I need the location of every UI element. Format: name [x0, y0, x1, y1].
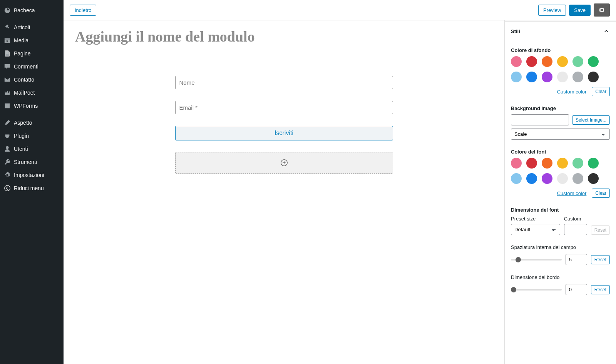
- gear-icon: [598, 6, 606, 14]
- sidebar-item-commenti[interactable]: Commenti: [0, 60, 64, 73]
- color-swatch[interactable]: [572, 173, 583, 184]
- brush-icon: [4, 119, 11, 126]
- sidebar-item-contatto[interactable]: Contatto: [0, 73, 64, 86]
- sidebar-item-media[interactable]: Media: [0, 34, 64, 47]
- color-swatch[interactable]: [542, 173, 552, 184]
- admin-sidebar: Bacheca Articoli Media Pagine Commenti C…: [0, 0, 64, 364]
- sidebar-item-label: Plugin: [14, 133, 29, 139]
- form-title-placeholder[interactable]: Aggiungi il nome del modulo: [75, 28, 493, 45]
- styles-panel-header[interactable]: Stili: [505, 21, 616, 41]
- sidebar-item-bacheca[interactable]: Bacheca: [0, 4, 64, 17]
- page-icon: [4, 50, 11, 57]
- sidebar-item-plugin[interactable]: Plugin: [0, 129, 64, 142]
- sidebar-item-aspetto[interactable]: Aspetto: [0, 116, 64, 129]
- preview-button[interactable]: Preview: [538, 5, 566, 16]
- color-swatch[interactable]: [511, 56, 522, 67]
- color-swatch[interactable]: [511, 72, 522, 82]
- custom-size-input[interactable]: [564, 224, 587, 235]
- color-swatch[interactable]: [526, 158, 537, 169]
- sidebar-item-wpforms[interactable]: WPForms: [0, 99, 64, 112]
- color-swatch[interactable]: [572, 158, 583, 169]
- sidebar-item-impostazioni[interactable]: Impostazioni: [0, 169, 64, 182]
- plus-circle-icon: [280, 159, 288, 167]
- select-image-button[interactable]: Select Image...: [572, 115, 610, 125]
- color-swatch[interactable]: [572, 72, 583, 82]
- styles-panel: Stili Colore di sfondo Custom color Clea…: [504, 20, 616, 364]
- sidebar-item-label: Media: [14, 37, 28, 43]
- sidebar-item-label: Utenti: [14, 146, 28, 152]
- submit-button[interactable]: Iscriviti: [175, 126, 393, 140]
- custom-color-link[interactable]: Custom color: [557, 89, 587, 95]
- mailpoet-icon: [4, 89, 11, 96]
- sidebar-item-label: Articoli: [14, 24, 30, 30]
- name-field[interactable]: [175, 76, 393, 89]
- color-swatch[interactable]: [542, 158, 552, 169]
- panel-title: Stili: [511, 28, 520, 34]
- custom-size-label: Custom: [564, 216, 587, 222]
- editor-canvas: Aggiungi il nome del modulo Iscriviti: [64, 20, 504, 364]
- color-swatch[interactable]: [572, 56, 583, 67]
- clear-bg-color-button[interactable]: Clear: [592, 87, 610, 96]
- color-swatch[interactable]: [526, 173, 537, 184]
- custom-font-color-link[interactable]: Custom color: [557, 190, 587, 196]
- sidebar-item-label: Impostazioni: [14, 172, 44, 178]
- padding-slider[interactable]: [511, 259, 562, 260]
- bg-image-label: Background Image: [511, 105, 610, 111]
- dashboard-icon: [4, 7, 11, 14]
- media-icon: [4, 37, 11, 44]
- color-swatch[interactable]: [511, 158, 522, 169]
- wpforms-icon: [4, 102, 11, 109]
- cog-icon: [4, 172, 11, 179]
- border-input[interactable]: [566, 284, 587, 295]
- sidebar-item-label: Pagine: [14, 50, 31, 57]
- color-swatch[interactable]: [511, 173, 522, 184]
- reset-padding-button[interactable]: Reset: [591, 255, 610, 264]
- sidebar-item-label: Contatto: [14, 77, 34, 83]
- padding-input[interactable]: [566, 254, 587, 265]
- padding-label: Spaziatura interna del campo: [511, 244, 610, 250]
- user-icon: [4, 145, 11, 152]
- color-swatch[interactable]: [557, 158, 568, 169]
- bg-scale-select[interactable]: Scale: [511, 129, 610, 140]
- comment-icon: [4, 63, 11, 70]
- sidebar-item-mailpoet[interactable]: MailPoet: [0, 86, 64, 99]
- reset-border-button[interactable]: Reset: [591, 285, 610, 294]
- color-swatch[interactable]: [588, 158, 599, 169]
- settings-button[interactable]: [594, 3, 610, 17]
- sidebar-item-label: Commenti: [14, 63, 38, 70]
- preset-size-label: Preset size: [511, 216, 560, 222]
- color-swatch[interactable]: [557, 72, 568, 82]
- sidebar-item-articoli[interactable]: Articoli: [0, 21, 64, 34]
- back-button[interactable]: Indietro: [70, 5, 96, 16]
- color-swatch[interactable]: [588, 72, 599, 82]
- sidebar-item-riduci-menu[interactable]: Riduci menu: [0, 182, 64, 195]
- color-swatch[interactable]: [526, 72, 537, 82]
- color-swatch[interactable]: [542, 72, 552, 82]
- font-color-label: Colore del font: [511, 149, 610, 155]
- save-button[interactable]: Save: [569, 5, 591, 16]
- color-swatch[interactable]: [588, 173, 599, 184]
- bg-color-swatches: [511, 56, 610, 82]
- color-swatch[interactable]: [557, 56, 568, 67]
- color-swatch[interactable]: [542, 56, 552, 67]
- chevron-up-icon: [603, 28, 610, 35]
- sidebar-item-label: Bacheca: [14, 7, 35, 13]
- color-swatch[interactable]: [557, 173, 568, 184]
- pin-icon: [4, 24, 11, 31]
- border-slider[interactable]: [511, 289, 562, 291]
- sidebar-item-pagine[interactable]: Pagine: [0, 47, 64, 60]
- preset-size-select[interactable]: Default: [511, 224, 560, 235]
- sidebar-item-strumenti[interactable]: Strumenti: [0, 155, 64, 169]
- bg-image-input[interactable]: [511, 114, 569, 125]
- plug-icon: [4, 132, 11, 139]
- mail-icon: [4, 76, 11, 83]
- color-swatch[interactable]: [526, 56, 537, 67]
- email-field[interactable]: [175, 101, 393, 114]
- color-swatch[interactable]: [588, 56, 599, 67]
- sidebar-item-utenti[interactable]: Utenti: [0, 142, 64, 155]
- add-block-button[interactable]: [175, 152, 393, 174]
- top-toolbar: Indietro Preview Save: [64, 0, 616, 20]
- clear-font-color-button[interactable]: Clear: [592, 189, 610, 198]
- font-size-label: Dimensione del font: [511, 207, 610, 213]
- reset-font-size-button[interactable]: Reset: [591, 225, 610, 235]
